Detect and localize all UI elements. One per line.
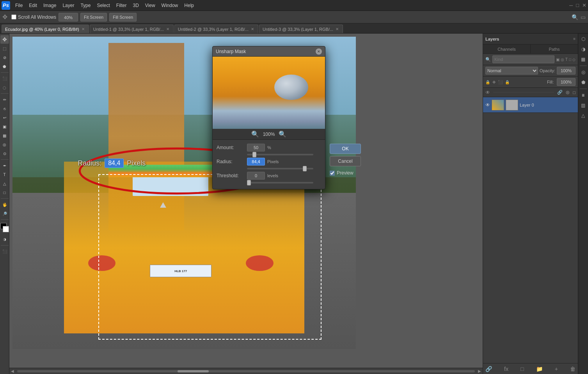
tab-untitled1[interactable]: Untitled-1 @ 33,3% (Layer 1, RGB/... ✕	[90, 25, 174, 33]
unsharp-mask-dialog[interactable]: Unsharp Mask ✕ 🔍 100% 🔍 OK Cancel Previe…	[212, 46, 325, 189]
tool-zoom[interactable]: 🔎	[0, 209, 9, 218]
tool-gradient[interactable]: ▦	[0, 131, 9, 140]
zoom-in-icon[interactable]: 🔍	[279, 130, 286, 138]
amount-slider-thumb[interactable]	[252, 152, 256, 157]
tool-stamp[interactable]: ⎋	[0, 104, 9, 113]
tab-untitled2-close[interactable]: ✕	[251, 27, 254, 31]
tool-marquee[interactable]: ⬚	[0, 44, 9, 53]
filter-shape-icon[interactable]: □	[569, 57, 571, 62]
scroll-thumb[interactable]	[178, 370, 209, 372]
layer-item-0[interactable]: 👁 Layer 0	[483, 97, 578, 113]
window-maximize[interactable]: □	[576, 2, 579, 8]
filter-adjust-icon[interactable]: ◎	[561, 57, 564, 62]
menu-view[interactable]: View	[142, 2, 158, 9]
layer-group-btn[interactable]: 📁	[536, 366, 543, 372]
tool-dodge[interactable]: ⊙	[0, 149, 9, 158]
layer-fx-btn[interactable]: fx	[504, 366, 508, 372]
menu-window[interactable]: Window	[159, 2, 181, 9]
tab-untitled3-close[interactable]: ✕	[336, 27, 339, 31]
threshold-slider-thumb[interactable]	[247, 180, 251, 185]
tool-move[interactable]: ✥	[0, 35, 9, 44]
scroll-all-checkbox[interactable]	[11, 14, 16, 20]
dialog-close-btn[interactable]: ✕	[316, 48, 322, 55]
panel-adjust-icon[interactable]: ▭	[581, 14, 586, 20]
window-minimize[interactable]: ─	[569, 2, 573, 8]
menu-select[interactable]: Select	[94, 2, 112, 9]
tool-shape[interactable]: □	[0, 188, 9, 197]
tab-channels[interactable]: Channels	[483, 45, 531, 53]
menu-help[interactable]: Help	[181, 2, 197, 9]
scroll-left-arrow[interactable]: ◀	[9, 369, 16, 373]
menu-edit[interactable]: Edit	[26, 2, 40, 9]
tool-path[interactable]: △	[0, 179, 9, 188]
cancel-button[interactable]: Cancel	[330, 156, 361, 166]
tool-mode[interactable]: ◑	[0, 235, 9, 244]
scroll-right-arrow[interactable]: ▶	[476, 369, 483, 373]
radius-slider-thumb[interactable]	[303, 166, 307, 171]
tool-pen[interactable]: ✒	[0, 161, 9, 170]
ok-button[interactable]: OK	[330, 144, 361, 154]
frp-color-btn[interactable]: ◑	[579, 45, 587, 53]
tool-eraser[interactable]: ▣	[0, 122, 9, 131]
amount-input[interactable]	[247, 144, 265, 151]
fill-input[interactable]	[557, 78, 576, 86]
frp-channels-btn[interactable]: ▥	[579, 102, 587, 109]
layers-mode-select[interactable]: Normal	[485, 67, 538, 75]
tool-blur[interactable]: ◎	[0, 140, 9, 149]
tab-untitled1-close[interactable]: ✕	[166, 27, 169, 31]
frp-paths-btn[interactable]: △	[579, 112, 587, 119]
tool-hand[interactable]: 🖐	[0, 200, 9, 209]
tab-untitled3[interactable]: Untitled-3 @ 33,3% (Layer 1, RGB/... ✕	[259, 25, 343, 33]
layer-new-btn[interactable]: +	[555, 366, 558, 372]
menu-image[interactable]: Image	[41, 2, 59, 9]
tool-screen-mode[interactable]: ⬛	[0, 247, 9, 256]
tab-ecuador[interactable]: Ecuador.jpg @ 40% (Layer 0, RGB/8#) ✕	[2, 25, 89, 33]
preview-checkbox[interactable]	[330, 171, 335, 176]
layers-panel-menu[interactable]: ≡	[573, 37, 576, 41]
fill-screen-button[interactable]: Fill Screen	[109, 13, 137, 21]
window-close[interactable]: ✕	[582, 2, 586, 8]
frp-history-btn[interactable]: ⬡	[579, 35, 587, 43]
frp-adjustments-btn[interactable]: ◎	[579, 68, 587, 76]
zoom-display[interactable]: 40%	[59, 13, 78, 21]
menu-file[interactable]: File	[12, 2, 25, 9]
background-swatch[interactable]	[3, 226, 9, 232]
menu-3d[interactable]: 3D	[130, 2, 141, 9]
threshold-input[interactable]	[247, 172, 265, 180]
layers-search-input[interactable]	[492, 55, 554, 63]
frp-swatches-btn[interactable]: ▦	[579, 55, 587, 63]
radius-slider-track[interactable]	[247, 168, 313, 169]
frp-styles-btn[interactable]: ⬟	[579, 78, 587, 86]
tab-ecuador-close[interactable]: ✕	[82, 27, 85, 31]
filter-smart-icon[interactable]: ◇	[572, 57, 576, 62]
amount-slider-track[interactable]	[247, 154, 313, 155]
menu-filter[interactable]: Filter	[114, 2, 130, 9]
h-scrollbar[interactable]: ◀ ▶	[9, 368, 483, 374]
tool-eyedropper[interactable]: ◌	[0, 83, 9, 92]
layer-delete-btn[interactable]: 🗑	[570, 366, 576, 372]
frp-layers-btn[interactable]: ≡	[579, 91, 587, 99]
layer-mask-btn[interactable]: □	[520, 366, 524, 372]
menu-layer[interactable]: Layer	[60, 2, 77, 9]
opacity-input[interactable]	[557, 67, 576, 75]
radius-input[interactable]	[247, 158, 265, 166]
tool-magic-wand[interactable]: ⬟	[0, 62, 9, 71]
scroll-track[interactable]	[17, 370, 475, 372]
tool-lasso[interactable]: ⊘	[0, 53, 9, 62]
zoom-out-icon[interactable]: 🔍	[251, 130, 259, 138]
tab-untitled2[interactable]: Untitled-2 @ 33,3% (Layer 1, RGB/... ✕	[174, 25, 258, 33]
threshold-slider-track[interactable]	[247, 182, 313, 183]
layer-eye-0[interactable]: 👁	[485, 102, 490, 108]
tool-history[interactable]: ↩	[0, 113, 9, 122]
tool-text[interactable]: T	[0, 170, 9, 179]
fit-screen-button[interactable]: Fit Screen	[80, 13, 107, 21]
filter-type-icon[interactable]: T	[565, 57, 568, 62]
layer-link-btn[interactable]: 🔗	[485, 366, 492, 372]
tool-crop[interactable]: ⬛	[0, 74, 9, 83]
tool-brush[interactable]: ✏	[0, 95, 9, 104]
menu-type[interactable]: Type	[78, 2, 93, 9]
search-icon[interactable]: 🔍	[572, 14, 578, 20]
tab-paths[interactable]: Paths	[531, 45, 578, 53]
filter-pixel-icon[interactable]: ▣	[556, 57, 560, 62]
color-swatches[interactable]	[0, 223, 9, 232]
